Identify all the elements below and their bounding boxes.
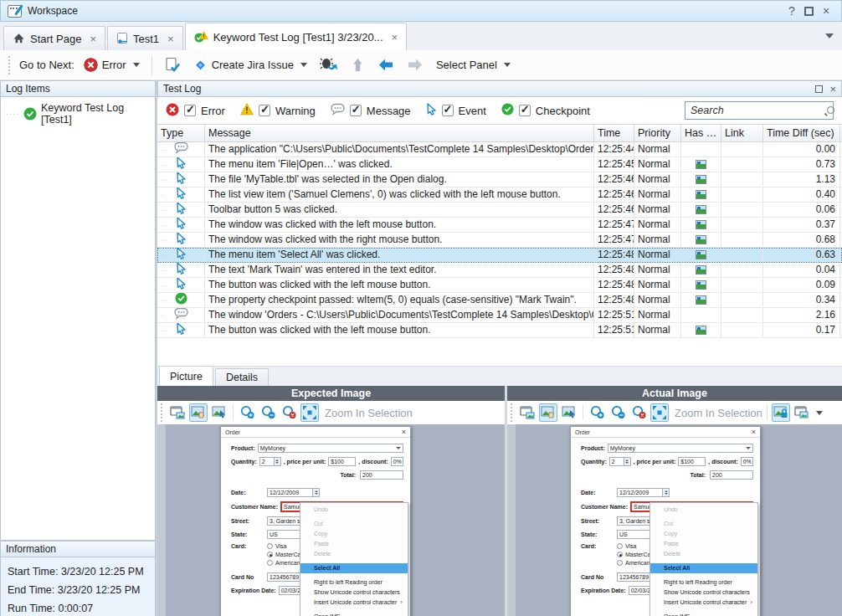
zoom-out-button[interactable] [608,403,627,422]
pan-tool-button[interactable] [189,403,208,422]
cell-has-picture [681,203,721,217]
next-item-button[interactable] [403,55,427,74]
select-panel-button[interactable]: Select Panel [433,56,514,74]
tab-picture[interactable]: Picture [159,366,213,386]
log-row[interactable]: The button was clicked with the left mou… [157,278,842,293]
toolbar-grip[interactable] [8,56,11,74]
search-input[interactable] [691,105,827,116]
tab-test1[interactable]: Test1 × [107,26,183,50]
zoom-out-button[interactable] [259,403,277,422]
col-has-picture[interactable]: Has Pi... [681,125,721,141]
filter-checkbox[interactable] [519,105,531,116]
col-priority[interactable]: Priority [634,125,681,141]
log-row[interactable]: The menu item 'Select All' was clicked.1… [157,248,842,263]
toolbar-grip[interactable] [511,403,513,422]
picture-thumbnail-icon[interactable] [696,175,706,184]
maximize-button[interactable] [804,7,814,16]
tab-close-icon[interactable]: × [392,31,398,44]
event-icon [176,323,187,337]
picture-thumbnail-icon[interactable] [696,265,706,275]
lock-view-button[interactable] [772,403,790,422]
filter-error[interactable]: Error [166,103,225,119]
go-up-button[interactable] [347,55,368,75]
fit-image-button[interactable] [650,403,669,422]
tab-keyword-test-log[interactable]: Keyword Test Log [Test1] 3/23/20... × [185,23,407,50]
col-link[interactable]: Link [721,125,763,141]
message-icon [174,308,188,322]
chevron-down-icon[interactable] [816,411,823,415]
zoom-reset-button[interactable] [280,403,298,422]
filter-message[interactable]: Message [331,103,411,118]
cell-has-picture [681,278,721,292]
picture-thumbnail-icon[interactable] [696,235,706,244]
picture-thumbnail-icon[interactable] [696,295,706,305]
zoom-reset-button[interactable] [629,403,648,422]
actual-image-view[interactable]: Order × Product: MyMoney Quantity: 2 , p… [507,424,842,616]
pan-tool-button[interactable] [539,403,557,422]
filter-checkbox[interactable] [442,105,454,116]
zoom-in-button[interactable] [588,403,606,422]
col-type[interactable]: Type [157,125,205,141]
tab-close-icon[interactable]: × [167,33,174,45]
expected-image-view[interactable]: Order × Product: MyMoney Quantity: 2 , p… [157,424,505,616]
show-image-in-window-button[interactable] [168,403,187,422]
log-row[interactable]: The menu item 'File|Open…' was clicked.1… [157,157,842,172]
zoom-in-button[interactable] [238,403,256,422]
cell-message: Toolbar button 5 was clicked. [205,203,594,217]
panel-maximize-icon[interactable] [815,85,823,93]
tab-close-icon[interactable]: × [90,33,96,45]
fit-image-button[interactable] [300,403,319,422]
previous-item-button[interactable] [374,55,398,74]
show-image-in-window-button[interactable] [518,403,537,422]
view-mode-button[interactable] [793,403,811,422]
log-row[interactable]: The list view item ('Samuel Clemens', 0)… [157,187,842,203]
select-tool-button[interactable] [560,403,578,422]
jump-to-bug-button[interactable] [316,54,341,75]
picture-thumbnail-icon[interactable] [696,160,706,169]
log-row[interactable]: The window was clicked with the right mo… [157,233,842,248]
log-row[interactable]: The property checkpoint passed: wItem(5,… [157,293,842,308]
information-body: Start Time: 3/23/20 12:25 PM End Time: 3… [0,557,156,616]
tree-item-keyword-test-log[interactable]: ···· Keyword Test Log [Test1] [4,101,151,126]
log-row[interactable]: The button was clicked with the left mou… [157,323,842,338]
generate-report-button[interactable] [161,54,184,76]
tab-details[interactable]: Details [215,368,269,386]
search-icon[interactable] [827,106,828,116]
tab-overflow-icon[interactable] [825,33,834,38]
filter-warning[interactable]: Warning [240,103,316,118]
picture-thumbnail-icon[interactable] [696,326,706,335]
log-row[interactable]: The window was clicked with the left mou… [157,218,842,233]
picture-thumbnail-icon[interactable] [696,190,706,199]
col-time-diff[interactable]: Time Diff (sec) [763,125,840,141]
toolbar-grip[interactable] [161,403,163,422]
log-row[interactable]: The file 'MyTable.tbl' was selected in t… [157,172,842,187]
filter-event[interactable]: Event [426,103,486,118]
filter-checkpoint[interactable]: Checkpoint [501,103,590,118]
event-icon [176,187,187,202]
log-row[interactable]: The window 'Orders - C:\Users\Public\Doc… [157,308,842,323]
log-row[interactable]: The application "C:\Users\Public\Documen… [157,142,842,157]
picture-thumbnail-icon[interactable] [696,205,706,214]
filter-checkbox[interactable] [350,105,362,116]
col-message[interactable]: Message [205,125,594,141]
log-row[interactable]: Toolbar button 5 was clicked.12:25:46Nor… [157,203,842,218]
picture-thumbnail-icon[interactable] [696,220,706,229]
close-button[interactable]: × [818,4,834,18]
expected-image-header: Expected Image [157,386,505,401]
log-row[interactable]: The text 'Mark Twain' was entered in the… [157,263,842,278]
goto-next-error-button[interactable]: Error [80,55,143,74]
help-button[interactable]: ? [783,4,800,18]
toolbar-separator [233,405,234,420]
create-jira-issue-button[interactable]: Create Jira Issue [190,55,311,74]
tab-start-page[interactable]: Start Page × [3,26,105,50]
col-time[interactable]: Time [594,125,634,141]
order-dialog-title: Order [225,429,402,435]
select-tool-button[interactable] [210,403,228,422]
filter-checkbox[interactable] [184,105,196,116]
picture-thumbnail-icon[interactable] [696,280,706,290]
filter-checkbox[interactable] [259,105,270,116]
picture-thumbnail-icon[interactable] [696,250,706,259]
panel-close-icon[interactable]: × [829,83,836,95]
zoom-reset-icon [281,405,297,420]
search-box[interactable] [685,101,834,120]
